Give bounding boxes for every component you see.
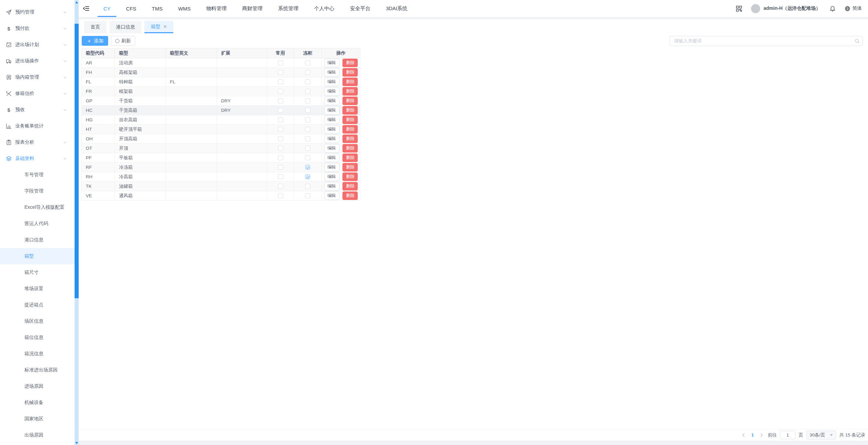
goto-page-input[interactable] bbox=[780, 431, 795, 439]
top-nav-item[interactable]: 商财管理 bbox=[236, 0, 268, 17]
delete-button[interactable]: 删除 bbox=[342, 163, 358, 171]
sidebar-item[interactable]: 基础资料 bbox=[0, 150, 79, 167]
edit-button[interactable]: 编辑 bbox=[324, 68, 339, 77]
frozen-checkbox[interactable] bbox=[305, 127, 310, 132]
tab[interactable]: 首页 bbox=[84, 21, 106, 33]
sidebar-subitem[interactable]: 港口信息 bbox=[0, 232, 79, 248]
top-nav-item[interactable]: 安全平台 bbox=[344, 0, 376, 17]
delete-button[interactable]: 删除 bbox=[342, 59, 358, 67]
avatar[interactable] bbox=[751, 4, 760, 13]
frozen-checkbox[interactable] bbox=[305, 155, 310, 160]
edit-button[interactable]: 编辑 bbox=[324, 163, 339, 171]
edit-button[interactable]: 编辑 bbox=[324, 59, 339, 67]
frozen-checkbox[interactable] bbox=[305, 165, 310, 170]
edit-button[interactable]: 编辑 bbox=[324, 78, 339, 86]
close-icon[interactable]: × bbox=[163, 24, 167, 29]
bell-icon[interactable] bbox=[829, 5, 836, 12]
sidebar-item[interactable]: $ 预收 bbox=[0, 102, 79, 118]
common-checkbox[interactable] bbox=[278, 146, 283, 151]
edit-button[interactable]: 编辑 bbox=[324, 97, 339, 105]
qr-code-icon[interactable] bbox=[736, 5, 742, 12]
tab[interactable]: 港口信息 bbox=[110, 21, 141, 33]
frozen-checkbox[interactable] bbox=[305, 89, 310, 94]
delete-button[interactable]: 删除 bbox=[342, 125, 358, 134]
common-checkbox[interactable] bbox=[278, 89, 283, 94]
current-page[interactable]: 1 bbox=[750, 432, 756, 438]
scrollbar-thumb[interactable] bbox=[75, 24, 79, 298]
top-nav-item[interactable]: 3DAI系统 bbox=[380, 0, 413, 17]
sidebar-item[interactable]: 报表分析 bbox=[0, 134, 79, 150]
common-checkbox[interactable] bbox=[278, 193, 283, 198]
edit-button[interactable]: 编辑 bbox=[324, 106, 339, 115]
frozen-checkbox[interactable] bbox=[305, 98, 310, 103]
delete-button[interactable]: 删除 bbox=[342, 154, 358, 162]
top-nav-item[interactable]: 系统管理 bbox=[272, 0, 304, 17]
search-icon[interactable] bbox=[854, 38, 860, 44]
tab[interactable]: 箱型 × bbox=[144, 21, 173, 33]
frozen-checkbox[interactable] bbox=[305, 136, 310, 141]
delete-button[interactable]: 删除 bbox=[342, 135, 358, 143]
delete-button[interactable]: 删除 bbox=[342, 182, 358, 190]
top-nav-item[interactable]: 物料管理 bbox=[200, 0, 232, 17]
top-nav-item[interactable]: CFS bbox=[120, 0, 142, 17]
delete-button[interactable]: 删除 bbox=[342, 78, 358, 86]
sidebar-subitem[interactable]: 堆场设置 bbox=[0, 281, 79, 297]
top-nav-item[interactable]: TMS bbox=[146, 0, 169, 17]
common-checkbox[interactable] bbox=[278, 108, 283, 113]
sidebar-subitem[interactable]: 机械设备 bbox=[0, 395, 79, 411]
delete-button[interactable]: 删除 bbox=[342, 68, 358, 77]
common-checkbox[interactable] bbox=[278, 70, 283, 75]
delete-button[interactable]: 删除 bbox=[342, 116, 358, 124]
sidebar-subitem[interactable]: 箱尺寸 bbox=[0, 264, 79, 281]
frozen-checkbox[interactable] bbox=[305, 174, 310, 179]
sidebar-subitem[interactable]: 箱位信息 bbox=[0, 329, 79, 346]
delete-button[interactable]: 删除 bbox=[342, 191, 358, 200]
common-checkbox[interactable] bbox=[278, 155, 283, 160]
prev-page-button[interactable] bbox=[741, 433, 747, 438]
common-checkbox[interactable] bbox=[278, 174, 283, 179]
frozen-checkbox[interactable] bbox=[305, 108, 310, 113]
sidebar-subitem[interactable]: Excel导入模版配置 bbox=[0, 199, 79, 216]
edit-button[interactable]: 编辑 bbox=[324, 191, 339, 200]
user-menu[interactable]: admin-H（远洋仓配堆场） bbox=[751, 4, 821, 13]
sidebar-subitem[interactable]: 标准进出场原因 bbox=[0, 362, 79, 378]
edit-button[interactable]: 编辑 bbox=[324, 87, 339, 96]
sidebar-item[interactable]: 进出场操作 bbox=[0, 53, 79, 69]
sidebar-item[interactable]: 业务账单统计 bbox=[0, 118, 79, 134]
common-checkbox[interactable] bbox=[278, 127, 283, 132]
sidebar-subitem[interactable]: 提还箱点 bbox=[0, 297, 79, 313]
scroll-up-icon[interactable] bbox=[75, 0, 79, 5]
delete-button[interactable]: 删除 bbox=[342, 106, 358, 115]
sidebar-item[interactable]: 进出场计划 bbox=[0, 37, 79, 53]
add-button[interactable]: ＋ 添加 bbox=[82, 36, 108, 46]
sidebar-subitem[interactable]: 箱况信息 bbox=[0, 346, 79, 362]
frozen-checkbox[interactable] bbox=[305, 79, 310, 84]
edit-button[interactable]: 编辑 bbox=[324, 125, 339, 134]
sidebar-subitem[interactable]: 国家地区 bbox=[0, 411, 79, 427]
delete-button[interactable]: 删除 bbox=[342, 144, 358, 153]
frozen-checkbox[interactable] bbox=[305, 146, 310, 151]
sidebar-subitem[interactable]: 车号管理 bbox=[0, 167, 79, 183]
edit-button[interactable]: 编辑 bbox=[324, 144, 339, 153]
page-size-select[interactable]: 30条/页 bbox=[806, 431, 836, 440]
top-nav-item[interactable]: WMS bbox=[173, 0, 197, 17]
common-checkbox[interactable] bbox=[278, 117, 283, 122]
common-checkbox[interactable] bbox=[278, 79, 283, 84]
common-checkbox[interactable] bbox=[278, 184, 283, 189]
next-page-button[interactable] bbox=[758, 433, 765, 438]
delete-button[interactable]: 删除 bbox=[342, 173, 358, 181]
edit-button[interactable]: 编辑 bbox=[324, 116, 339, 124]
sidebar-subitem[interactable]: 营运人代码 bbox=[0, 216, 79, 232]
delete-button[interactable]: 删除 bbox=[342, 97, 358, 105]
common-checkbox[interactable] bbox=[278, 165, 283, 170]
frozen-checkbox[interactable] bbox=[305, 193, 310, 198]
language-switcher[interactable]: 简体 bbox=[845, 5, 862, 12]
edit-button[interactable]: 编辑 bbox=[324, 173, 339, 181]
top-nav-item[interactable]: 个人中心 bbox=[308, 0, 340, 17]
frozen-checkbox[interactable] bbox=[305, 60, 310, 65]
sidebar-subitem[interactable]: 进场原因 bbox=[0, 378, 79, 395]
sidebar-subitem[interactable]: 字段管理 bbox=[0, 183, 79, 199]
sidebar-item[interactable]: 修箱估价 bbox=[0, 85, 79, 102]
search-input[interactable] bbox=[670, 36, 863, 46]
sidebar-item[interactable]: 场内箱管理 bbox=[0, 69, 79, 85]
